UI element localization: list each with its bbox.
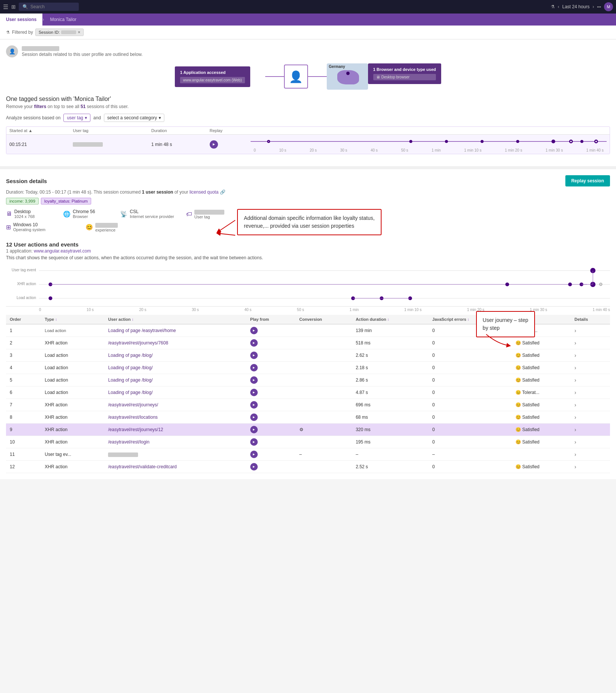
- play-btn-1[interactable]: ▶: [250, 327, 258, 334]
- play-btn-11[interactable]: ▶: [250, 451, 258, 458]
- row-replay-btn[interactable]: [207, 135, 248, 154]
- col-started[interactable]: Started at ▲: [6, 127, 70, 135]
- play-btn-10[interactable]: ▶: [250, 438, 258, 446]
- cell-action[interactable]: Loading of page /blog/: [104, 349, 246, 362]
- cell-play[interactable]: ▶: [246, 411, 296, 424]
- col-action-duration[interactable]: Action duration ↕: [352, 315, 428, 324]
- table-row: 11 User tag ev... ▶ – – – ›: [6, 448, 610, 461]
- cell-details[interactable]: ›: [571, 448, 610, 461]
- cell-apdex: 😊 Satisfied: [512, 436, 571, 448]
- user-actions-app: 1 application: www.angular.easytravel.co…: [6, 248, 610, 254]
- cell-play[interactable]: ▶: [246, 399, 296, 411]
- annotation-arrows: [215, 213, 237, 243]
- play-btn-8[interactable]: ▶: [250, 413, 258, 421]
- col-order: Order: [6, 315, 41, 324]
- col-replay: Replay: [207, 127, 248, 135]
- breadcrumb-tab-user-sessions[interactable]: User sessions: [0, 14, 42, 26]
- filter-icon[interactable]: ⚗: [551, 4, 555, 9]
- col-timeline: [248, 127, 610, 135]
- user-info: Session details related to this user pro…: [22, 45, 143, 57]
- user-actions-desc: This chart shows the sequence of user ac…: [6, 255, 610, 260]
- cell-details[interactable]: ›: [571, 324, 610, 337]
- cell-apdex: 😊 Satisfied: [512, 424, 571, 436]
- cell-action[interactable]: /easytravel/rest/locations: [104, 411, 246, 424]
- cell-jserrors: 0: [428, 399, 511, 411]
- user-actions-section: 12 User actions and events 1 application…: [6, 241, 610, 473]
- diagram-country-label: Germany: [329, 65, 345, 69]
- cell-details[interactable]: ›: [571, 424, 610, 436]
- cell-action[interactable]: Loading of page /blog/: [104, 386, 246, 399]
- user-silhouette-icon: 👤: [289, 70, 303, 83]
- timeline-end-dot: [569, 140, 573, 143]
- play-btn-6[interactable]: ▶: [250, 389, 258, 396]
- user-avatar-nav[interactable]: M: [604, 2, 613, 11]
- cell-play[interactable]: ▶: [246, 448, 296, 461]
- nav-back[interactable]: ‹: [558, 4, 559, 9]
- cell-details[interactable]: ›: [571, 362, 610, 374]
- cell-play[interactable]: ▶: [246, 362, 296, 374]
- cell-play[interactable]: ▶: [246, 337, 296, 349]
- session-details-header: Session details Replay session: [6, 175, 610, 186]
- nav-dots[interactable]: •••: [597, 5, 601, 9]
- cell-action[interactable]: /easytravel/rest/login: [104, 436, 246, 448]
- breadcrumb-tab-user[interactable]: Monica Tailor: [44, 14, 82, 26]
- table-row: 2 XHR action /easytravel/rest/journeys/7…: [6, 337, 610, 349]
- cell-conversion: [296, 411, 352, 424]
- cell-play[interactable]: ▶: [246, 324, 296, 337]
- cell-jserrors: 0: [428, 436, 511, 448]
- filter-chip-close[interactable]: ×: [78, 30, 80, 35]
- cell-play[interactable]: ▶: [246, 461, 296, 473]
- app-link[interactable]: www.angular.easytravel.com: [34, 248, 91, 254]
- licensed-quota-link[interactable]: licensed quota: [189, 189, 218, 195]
- cell-details[interactable]: ›: [571, 411, 610, 424]
- cell-duration: 2.62 s: [352, 349, 428, 362]
- col-user-action[interactable]: User action ↕: [104, 315, 246, 324]
- user-tag-dropdown[interactable]: user tag ▾: [63, 114, 90, 122]
- filter-chip[interactable]: Session ID: ×: [35, 29, 84, 36]
- search-bar[interactable]: 🔍 Search: [19, 3, 79, 11]
- play-btn-12[interactable]: ▶: [250, 463, 258, 471]
- play-btn-7[interactable]: ▶: [250, 401, 258, 409]
- second-category-dropdown[interactable]: select a second category ▾: [104, 114, 164, 122]
- cell-action[interactable]: Loading of page /easytravel/home: [104, 324, 246, 337]
- hamburger-icon[interactable]: ☰: [3, 3, 8, 11]
- play-btn-3[interactable]: ▶: [250, 352, 258, 359]
- cell-action[interactable]: Loading of page /blog/: [104, 362, 246, 374]
- cell-action[interactable]: Loading of page /blog/: [104, 374, 246, 386]
- cell-jserrors: 0: [428, 362, 511, 374]
- cell-play[interactable]: ▶: [246, 436, 296, 448]
- cell-apdex: 😊 Satisfied: [512, 374, 571, 386]
- play-button[interactable]: [210, 140, 218, 149]
- search-placeholder: Search: [30, 4, 45, 9]
- cell-details[interactable]: ›: [571, 337, 610, 349]
- col-play-from: Play from: [246, 315, 296, 324]
- cell-play[interactable]: ▶: [246, 374, 296, 386]
- cell-play[interactable]: ▶: [246, 424, 296, 436]
- cell-details[interactable]: ›: [571, 386, 610, 399]
- cell-duration: –: [352, 448, 428, 461]
- cell-details[interactable]: ›: [571, 399, 610, 411]
- play-btn-4[interactable]: ▶: [250, 364, 258, 371]
- chart-label-usertag: User tag event: [6, 268, 38, 272]
- cell-action[interactable]: /easytravel/rest/journeys/7608: [104, 337, 246, 349]
- timeline-dot-4: [516, 140, 519, 143]
- apps-icon[interactable]: ⊞: [11, 4, 16, 10]
- play-btn-5[interactable]: ▶: [250, 376, 258, 384]
- cell-details[interactable]: ›: [571, 349, 610, 362]
- cell-action[interactable]: /easytravel/rest/journeys/12: [104, 424, 246, 436]
- cell-details[interactable]: ›: [571, 436, 610, 448]
- session-details-title: Session details: [6, 178, 47, 184]
- cell-details[interactable]: ›: [571, 374, 610, 386]
- chart-label-xhr: XHR action: [6, 282, 38, 286]
- col-type[interactable]: Type ↕: [41, 315, 104, 324]
- replay-session-button[interactable]: Replay session: [565, 175, 610, 186]
- cell-action[interactable]: /easytravel/rest/validate-creditcard: [104, 461, 246, 473]
- cell-action[interactable]: /easytravel/rest/journeys/: [104, 399, 246, 411]
- play-btn-9[interactable]: ▶: [250, 426, 258, 433]
- play-btn-2[interactable]: ▶: [250, 339, 258, 347]
- nav-forward[interactable]: ›: [592, 4, 594, 9]
- cell-details[interactable]: ›: [571, 461, 610, 473]
- cell-play[interactable]: ▶: [246, 386, 296, 399]
- cell-play[interactable]: ▶: [246, 349, 296, 362]
- diagram-browser-box: 1 Browser and device type used 🖥 Desktop…: [368, 63, 442, 84]
